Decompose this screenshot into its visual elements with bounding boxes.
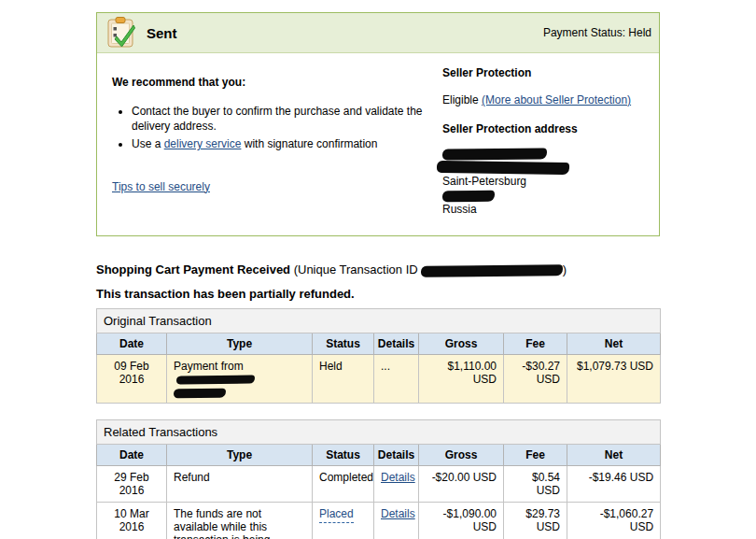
col-header-type: Type [167,333,313,355]
cell-gross: -$1,090.00 USD [419,503,504,539]
recommendations-column: We recommend that you: Contact the buyer… [112,66,437,217]
status-title: Sent [147,25,177,41]
original-table-title: Original Transaction [97,309,661,333]
cell-date: 29 Feb 2016 [97,466,167,503]
col-header-gross: Gross [419,333,504,355]
cell-fee: $29.73 USD [504,503,567,539]
address-zip-line [442,189,650,203]
partial-refund-notice: This transaction has been partially refu… [96,287,663,301]
col-header-net: Net [567,445,661,466]
cell-fee: -$30.27 USD [504,355,567,404]
cell-status: Completed [313,466,374,503]
seller-protection-heading: Seller Protection [442,66,650,79]
payment-received-title: Shopping Cart Payment Received [96,262,290,277]
col-header-net: Net [567,333,661,355]
cell-type: The funds are not available while this t… [167,503,313,539]
recommend-item: Contact the buyer to confirm the purchas… [132,104,437,134]
address-country: Russia [442,203,650,217]
transaction-id-suffix: ) [563,262,567,277]
address-city: Saint-Petersburg [442,175,650,189]
tips-to-sell-link[interactable]: Tips to sell securely [112,180,210,193]
cell-status: Held [313,355,374,404]
redacted-payer-name-2 [174,389,226,399]
cell-date: 09 Feb 2016 [97,355,167,404]
eligibility-text: Eligible [442,93,482,106]
address-street-line [442,161,650,175]
recommend-item-prefix: Use a [132,137,164,150]
transaction-id-prefix: (Unique Transaction ID [290,262,418,277]
redacted-zip [442,191,495,203]
col-header-gross: Gross [419,445,504,466]
related-table-header-row: Date Type Status Details Gross Fee Net [97,445,661,466]
clipboard-check-icon [105,16,137,50]
col-header-date: Date [97,445,167,466]
related-transactions-table: Related Transactions Date Type Status De… [96,419,661,539]
page-content: Sent Payment Status: Held We recommend t… [0,0,663,539]
cell-status: Placed [313,503,374,539]
eligibility-line: Eligible (More about Seller Protection) [442,93,650,106]
cell-net: -$1,060.27 USD [567,503,661,539]
cell-type: Refund [167,466,313,503]
original-table-title-row: Original Transaction [97,309,661,333]
address-name-line [442,147,650,161]
status-header: Sent Payment Status: Held [97,13,659,53]
cell-net: $1,079.73 USD [567,355,661,404]
original-table-header-row: Date Type Status Details Gross Fee Net [97,333,661,355]
related-transaction-row: 29 Feb 2016 Refund Completed Details -$2… [97,466,661,503]
payment-status-text: Payment Status: Held [543,26,651,39]
col-header-type: Type [167,445,313,466]
related-table-title-row: Related Transactions [97,420,661,445]
recommend-item-text: Contact the buyer to confirm the purchas… [132,105,423,133]
redacted-name [442,148,547,160]
col-header-status: Status [313,445,374,466]
cell-type: Payment from [167,355,313,404]
original-transaction-table: Original Transaction Date Type Status De… [96,308,661,404]
col-header-status: Status [313,333,374,355]
details-link[interactable]: Details [381,471,415,484]
recommend-heading: We recommend that you: [112,76,437,89]
related-transaction-row: 10 Mar 2016 The funds are not available … [97,503,661,539]
col-header-fee: Fee [504,333,567,355]
payment-status-box: Sent Payment Status: Held We recommend t… [96,12,660,236]
recommend-item-suffix: with signature confirmation [241,137,377,150]
placed-status-link[interactable]: Placed [319,507,354,523]
col-header-details: Details [374,445,419,466]
cell-fee: $0.54 USD [504,466,567,503]
details-link[interactable]: Details [381,507,415,520]
payment-received-line: Shopping Cart Payment Received (Unique T… [96,262,663,277]
payment-from-text: Payment from [174,360,244,373]
seller-protection-column: Seller Protection Eligible (More about S… [437,61,650,217]
cell-net: -$19.46 USD [567,466,661,503]
redacted-street [437,161,569,175]
seller-protection-address-heading: Seller Protection address [442,122,650,135]
cell-gross: -$20.00 USD [419,466,504,503]
cell-details: Details [374,503,419,539]
cell-details: ... [374,355,419,404]
col-header-date: Date [97,333,167,355]
redacted-transaction-id [421,264,563,277]
cell-details: Details [374,466,419,503]
more-about-seller-protection-link[interactable]: (More about Seller Protection) [482,93,631,106]
original-transaction-row: 09 Feb 2016 Payment from Held ... $1,110… [97,355,661,404]
cell-gross: $1,110.00 USD [419,355,504,404]
recommend-item: Use a delivery service with signature co… [132,136,437,151]
col-header-details: Details [374,333,419,355]
seller-protection-address: Saint-Petersburg Russia [442,147,650,217]
cell-date: 10 Mar 2016 [97,503,167,539]
table-spacer [96,404,663,419]
status-body: We recommend that you: Contact the buyer… [97,53,659,235]
redacted-payer-name [176,376,255,385]
col-header-fee: Fee [504,445,567,466]
recommend-list: Contact the buyer to confirm the purchas… [112,104,437,152]
delivery-service-link[interactable]: delivery service [164,137,242,150]
related-table-title: Related Transactions [97,420,661,445]
